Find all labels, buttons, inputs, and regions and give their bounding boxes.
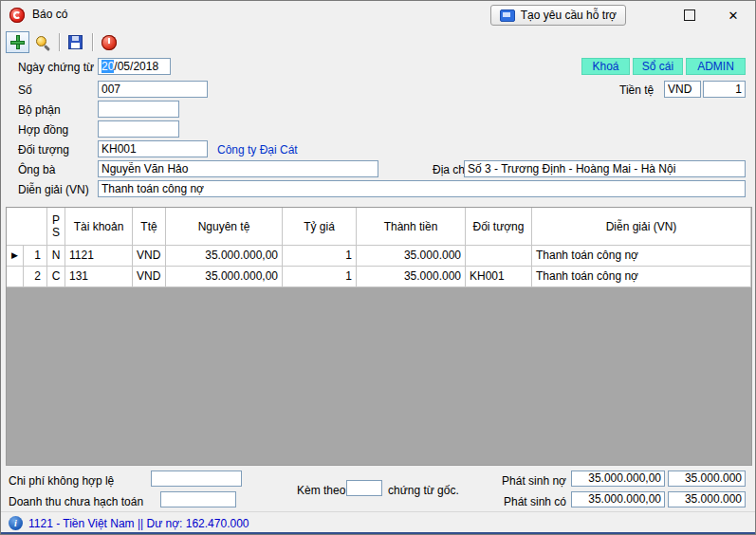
object-code-input[interactable] (98, 140, 208, 157)
credit-original-total: 35.000.000,00 (571, 491, 665, 507)
status-text: 1121 - Tiền Việt Nam || Dư nợ: 162.470.0… (28, 517, 249, 530)
power-icon (101, 35, 117, 50)
support-request-button[interactable]: Tạo yêu cầu hỗ trợ (490, 5, 626, 26)
unposted-revenue-label: Doanh thu chưa hạch toán (9, 495, 143, 508)
credit-amount-total: 35.000.000 (668, 491, 746, 507)
grid-header-ps: P S (47, 208, 65, 246)
cell-ps[interactable]: C (47, 267, 65, 287)
info-icon: i (9, 516, 23, 530)
grid-header-description: Diễn giải (VN) (532, 208, 751, 246)
row-indicator-icon: ▶ (7, 246, 24, 267)
save-button[interactable] (64, 31, 87, 53)
cell-amount[interactable]: 35.000.000 (357, 267, 466, 287)
department-label: Bộ phận (18, 103, 61, 117)
cell-currency[interactable]: VND (133, 267, 166, 287)
currency-label: Tiền tệ (619, 83, 654, 97)
department-input[interactable] (98, 101, 179, 118)
titlebar: Báo có Tạo yêu cầu hỗ trợ ✕ (1, 1, 755, 29)
invalid-expense-label: Chi phí không hợp lệ (9, 474, 114, 488)
attach-count-input[interactable] (346, 480, 382, 496)
contract-input[interactable] (98, 120, 179, 138)
object-name-text: Công ty Đại Cát (217, 143, 298, 157)
date-selected-text: 20 (101, 60, 114, 73)
row-indicator-empty (7, 267, 24, 287)
table-row: ▶ 1 N 1121 VND 35.000.000,00 1 35.000.00… (7, 246, 751, 267)
save-icon (68, 35, 83, 49)
person-input[interactable] (98, 160, 378, 177)
grid-header-original-amount: Nguyên tệ (166, 208, 283, 246)
cell-account[interactable]: 131 (65, 267, 133, 287)
attach-suffix-label: chứng từ gốc. (388, 484, 459, 497)
lock-chip[interactable]: Khoá (581, 58, 630, 75)
search-icon (35, 35, 50, 50)
cell-account[interactable]: 1121 (65, 246, 133, 267)
grid-header-ps-top: P (52, 214, 60, 227)
support-icon (500, 9, 515, 22)
window-title: Báo có (32, 1, 67, 28)
number-input[interactable] (98, 81, 208, 98)
description-label: Diễn giải (VN) (18, 183, 89, 196)
cell-currency[interactable]: VND (133, 246, 166, 267)
date-rest-text: /05/2018 (114, 60, 158, 73)
description-input[interactable] (98, 180, 746, 197)
exit-button[interactable] (97, 31, 120, 53)
cell-description[interactable]: Thanh toán công nợ (532, 246, 751, 267)
grid-header-currency: Ttệ (133, 208, 166, 246)
credit-total-label: Phát sinh có (494, 495, 566, 508)
debit-total-label: Phát sinh nợ (494, 474, 566, 488)
statusbar: i 1121 - Tiền Việt Nam || Dư nợ: 162.470… (1, 511, 755, 532)
cell-original-amount[interactable]: 35.000.000,00 (166, 246, 283, 267)
cell-description[interactable]: Thanh toán công nợ (532, 267, 751, 287)
add-button[interactable] (6, 31, 29, 53)
address-input[interactable] (464, 160, 746, 177)
invalid-expense-input[interactable] (151, 470, 242, 487)
exchange-rate-input[interactable] (703, 81, 746, 98)
cell-amount[interactable]: 35.000.000 (357, 246, 466, 267)
grid-header-amount: Thành tiền (357, 208, 466, 246)
credit-note-window: Báo có Tạo yêu cầu hỗ trợ ✕ Ngày chứng t… (0, 0, 756, 535)
user-chip: ADMIN (686, 58, 746, 75)
person-label: Ông bà (18, 163, 55, 176)
unposted-revenue-input[interactable] (160, 491, 236, 507)
cell-ps[interactable]: N (47, 246, 65, 267)
cell-rownum[interactable]: 2 (24, 267, 47, 287)
cell-rownum[interactable]: 1 (24, 246, 47, 267)
close-button[interactable]: ✕ (711, 1, 755, 29)
grid-empty-area (7, 287, 751, 465)
grid-header-ps-bottom: S (52, 227, 60, 239)
date-input[interactable]: 20/05/2018 (98, 58, 171, 75)
grid-header-account: Tài khoản (65, 208, 133, 246)
toolbar-separator (59, 33, 60, 51)
grid-header-rownum (7, 208, 47, 246)
cell-original-amount[interactable]: 35.000.000,00 (166, 267, 283, 287)
add-icon (10, 35, 25, 49)
entries-grid: P S Tài khoản Ttệ Nguyên tệ Tỷ giá Thành… (6, 207, 752, 466)
debit-original-total: 35.000.000,00 (571, 470, 665, 487)
close-icon: ✕ (728, 9, 739, 23)
table-row: 2 C 131 VND 35.000.000,00 1 35.000.000 K… (7, 267, 751, 287)
contract-label: Hợp đồng (18, 123, 68, 137)
toolbar-separator (92, 33, 93, 51)
grid-header-row: P S Tài khoản Ttệ Nguyên tệ Tỷ giá Thành… (7, 208, 751, 246)
search-button[interactable] (30, 31, 54, 53)
grid-header-rate: Tỷ giá (283, 208, 357, 246)
debit-amount-total: 35.000.000 (668, 470, 746, 487)
maximize-icon (684, 9, 695, 21)
ledger-chip[interactable]: Sổ cái (633, 58, 683, 75)
cell-object[interactable]: KH001 (466, 267, 532, 287)
cell-rate[interactable]: 1 (283, 246, 357, 267)
cell-rate[interactable]: 1 (283, 267, 357, 287)
currency-input[interactable] (664, 81, 701, 98)
grid-header-object: Đối tượng (466, 208, 532, 246)
cell-object[interactable] (466, 246, 532, 267)
address-label: Địa chỉ (433, 163, 468, 176)
app-logo-icon (9, 8, 25, 23)
toolbar (1, 29, 755, 55)
date-label: Ngày chứng từ (18, 61, 94, 74)
object-label: Đối tượng (18, 143, 69, 157)
number-label: Số (18, 83, 32, 97)
maximize-button[interactable] (668, 1, 711, 29)
attach-label: Kèm theo (297, 484, 345, 497)
support-button-label: Tạo yêu cầu hỗ trợ (521, 9, 617, 22)
